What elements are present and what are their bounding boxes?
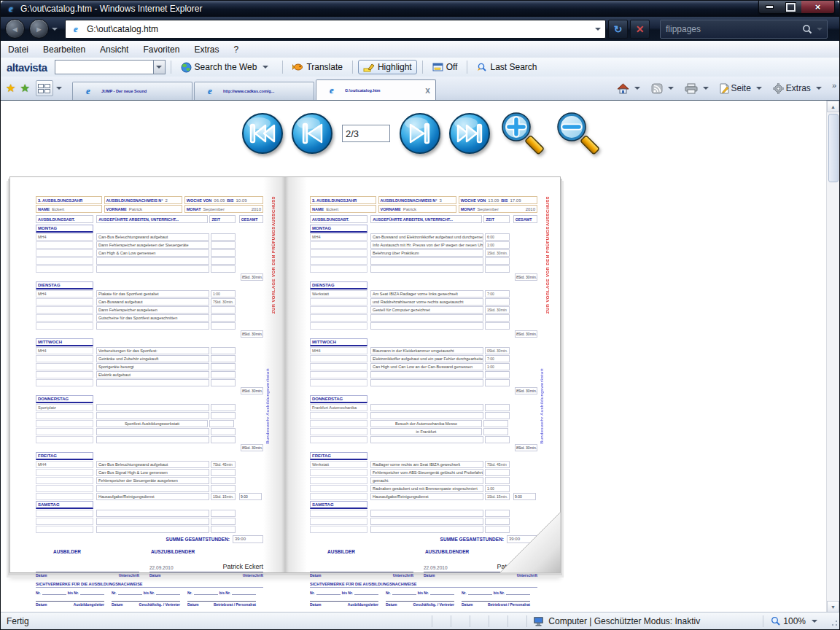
- form-activity-cell: Elektrik aufgebaut: [96, 371, 209, 378]
- tools-menu-dropdown[interactable]: [816, 87, 822, 93]
- zoom-in-button[interactable]: [498, 111, 545, 156]
- command-overflow[interactable]: »: [832, 81, 835, 90]
- menu-item-extras[interactable]: Extras: [187, 42, 226, 57]
- add-favorite-icon[interactable]: ★: [20, 82, 29, 95]
- browser-tab-1[interactable]: eJUMP - Der neue Sound: [72, 82, 192, 100]
- form-activity-cell: Hausaufgabe/Reinigungsdienst: [370, 493, 483, 500]
- trainee-signature-block: 22.09.2010Patrick EckertDatumUnterschrif…: [149, 563, 263, 578]
- last-search-label: Last Search: [490, 62, 537, 72]
- feeds-button[interactable]: [649, 82, 680, 96]
- form-department-cell: Frankfurt Automechanika: [310, 404, 368, 411]
- quick-tabs-button[interactable]: [36, 80, 53, 96]
- form-department-cell: [36, 412, 93, 419]
- browser-tab-3[interactable]: eG:\out\catalog.htmx: [316, 79, 436, 100]
- tab-list-dropdown[interactable]: [56, 87, 62, 93]
- menu-item-?[interactable]: ?: [226, 42, 246, 57]
- toolbar-separator: [422, 61, 423, 74]
- print-dropdown[interactable]: [703, 87, 709, 93]
- scrollbar-thumb[interactable]: [828, 114, 839, 182]
- combo-dropdown-icon[interactable]: [153, 61, 165, 74]
- form-activity-cell: Can-Bus Beleuchtungswand aufgebaut: [96, 233, 209, 241]
- close-button[interactable]: ×: [801, 1, 834, 13]
- form-department-cell: [36, 314, 93, 322]
- search-the-web-button[interactable]: Search the Web: [176, 61, 278, 74]
- page-curl[interactable]: [498, 510, 561, 573]
- vertical-scrollbar[interactable]: ▲ ▼: [826, 101, 839, 612]
- page-number-input[interactable]: [342, 125, 390, 142]
- search-input[interactable]: [661, 23, 802, 35]
- refresh-icon: ↻: [614, 23, 623, 35]
- highlight-button[interactable]: Highlight: [358, 60, 417, 74]
- back-button[interactable]: ◄: [5, 19, 25, 39]
- status-separator: [432, 615, 451, 627]
- ie-logo-icon: e: [5, 3, 17, 15]
- endorsements-heading: SICHTVERMERKE FÜR DIE AUSBILDUNGSNACHWEI…: [310, 582, 537, 588]
- form-department-cell: [36, 477, 93, 484]
- search-dropdown[interactable]: [817, 28, 822, 34]
- scroll-up-button[interactable]: ▲: [827, 101, 839, 112]
- last-page-button[interactable]: [448, 112, 491, 155]
- zoom-control[interactable]: 100%: [763, 615, 828, 627]
- next-page-button[interactable]: [399, 112, 441, 155]
- home-button[interactable]: [615, 82, 647, 96]
- form-activity-cell: und Raddrehzahlsensor vorne rechts ausge…: [370, 298, 483, 306]
- flipbook-navigation: [241, 111, 609, 156]
- previous-page-button[interactable]: [291, 112, 333, 155]
- resize-grip[interactable]: [828, 616, 838, 626]
- altavista-search-combo[interactable]: [55, 60, 166, 74]
- highlight-off-button[interactable]: Off: [428, 61, 462, 74]
- form-activity-cell: [96, 485, 209, 492]
- form-time-cell: [485, 469, 510, 476]
- minimize-button[interactable]: [759, 1, 780, 13]
- form-department-cell: [310, 371, 368, 378]
- favorites-star-icon[interactable]: ★: [6, 82, 15, 95]
- search-the-web-dropdown[interactable]: [262, 66, 268, 71]
- form-week-box: WOCHE VON06.09BIS10.09: [184, 196, 263, 204]
- form-activity-cell: [96, 322, 209, 330]
- address-bar[interactable]: e: [65, 20, 606, 39]
- form-row: [36, 257, 263, 265]
- menu-item-favoriten[interactable]: Favoriten: [136, 42, 187, 57]
- refresh-button[interactable]: ↻: [608, 20, 628, 39]
- stop-button[interactable]: ✕: [630, 20, 650, 39]
- feeds-dropdown[interactable]: [668, 87, 674, 93]
- first-page-button[interactable]: [241, 112, 284, 155]
- zoom-level-text: 100%: [783, 616, 806, 626]
- form-time-cell: 7Std. 45min: [485, 461, 510, 468]
- tabs: eJUMP - Der neue Soundehttp://www.cadkas…: [72, 77, 438, 100]
- zoom-out-button[interactable]: [553, 111, 600, 156]
- restore-button[interactable]: [780, 1, 801, 13]
- form-department-cell: [36, 306, 93, 314]
- page-menu-button[interactable]: Seite: [718, 82, 769, 96]
- page-menu-dropdown[interactable]: [756, 87, 762, 93]
- print-button[interactable]: [682, 82, 715, 96]
- tab-close-icon[interactable]: x: [425, 85, 430, 96]
- menu-item-bearbeiten[interactable]: Bearbeiten: [36, 42, 93, 57]
- form-department-cell: MH4: [36, 347, 93, 354]
- zoom-dropdown[interactable]: [812, 620, 817, 626]
- translate-button[interactable]: Translate: [288, 61, 347, 74]
- form-time-cell: [211, 314, 236, 322]
- menu-item-datei[interactable]: Datei: [1, 42, 36, 57]
- scroll-down-button[interactable]: ▼: [827, 601, 839, 612]
- form-record-number-box: AUSBILDUNGSNACHWEIS N°2: [104, 196, 182, 204]
- forward-button[interactable]: ►: [29, 19, 49, 39]
- address-dropdown[interactable]: [595, 28, 601, 34]
- form-department-cell: [310, 428, 368, 435]
- history-dropdown[interactable]: [52, 28, 58, 34]
- address-input[interactable]: [85, 23, 592, 35]
- form-activity-cell: [96, 257, 209, 265]
- tools-menu-button[interactable]: Extras: [771, 82, 828, 96]
- form-day-label: SAMSTAG: [36, 501, 93, 509]
- form-time-cell: [485, 404, 510, 411]
- form-department-cell: [310, 314, 368, 322]
- last-search-button[interactable]: Last Search: [472, 61, 541, 74]
- menu-item-ansicht[interactable]: Ansicht: [93, 42, 136, 57]
- search-icon[interactable]: [802, 24, 812, 34]
- book-page-left[interactable]: ZUR VORLAGE VOR DEM PRÜFUNGSAUSSCHUSSBun…: [11, 177, 284, 572]
- home-dropdown[interactable]: [634, 87, 640, 93]
- form-day-section: DONNERSTAGSportplatzSportfest Ausbildung…: [36, 395, 263, 451]
- form-row: Can High und Can Low an der Can-Buswand …: [310, 363, 537, 370]
- browser-tab-2[interactable]: ehttp://www.cadkas.com/g...: [194, 82, 314, 100]
- search-box[interactable]: [660, 20, 828, 39]
